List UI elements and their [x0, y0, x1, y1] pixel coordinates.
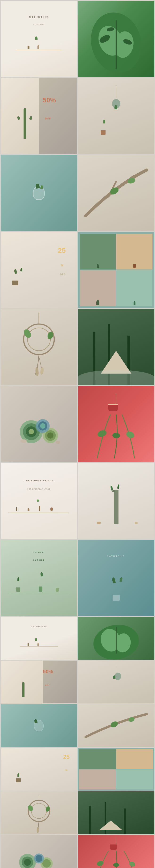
card-19: 50% OFF — [1, 660, 77, 704]
hanging-plant-svg — [78, 386, 155, 462]
succulent-svg — [1, 386, 77, 462]
row-3 — [1, 155, 154, 231]
svg-point-52 — [43, 859, 51, 868]
row-12: 25 % — [1, 748, 154, 791]
card-24 — [78, 748, 155, 791]
off-label-2: OFF — [60, 273, 66, 275]
row-7: THE SIMPLE THINGS for everyday living — [1, 463, 154, 539]
svg-point-9 — [24, 324, 54, 354]
svg-point-30 — [56, 441, 60, 444]
card-16: NATURALIS — [78, 540, 155, 616]
card-6 — [78, 155, 155, 231]
svg-point-41 — [31, 803, 47, 818]
sale-25-wide: 25 — [63, 754, 70, 760]
svg-point-33 — [125, 430, 135, 439]
svg-point-28 — [40, 423, 46, 429]
branch-svg — [78, 155, 155, 231]
row-14 — [1, 835, 154, 868]
card-11 — [1, 386, 77, 462]
svg-point-25 — [47, 432, 53, 438]
card-8 — [78, 232, 155, 308]
company-label: company — [33, 24, 45, 25]
card-22 — [78, 704, 155, 747]
simple-things-sub: for everyday living — [8, 488, 70, 491]
card-2 — [78, 1, 155, 77]
card-26 — [78, 791, 155, 834]
dreamcatcher-wide-svg — [1, 791, 77, 834]
bring-outside-label: BRING IT — [33, 551, 45, 553]
card-25 — [1, 791, 77, 834]
succulent-wide-svg — [1, 835, 77, 868]
card-1: NATURALIS company — [1, 1, 77, 77]
row-13 — [1, 791, 154, 834]
off-label: OFF — [45, 117, 51, 120]
card-12 — [78, 386, 155, 462]
card-7: 25 % OFF — [1, 232, 77, 308]
brand-label: NATURALIS — [29, 16, 49, 19]
card-13: THE SIMPLE THINGS for everyday living — [1, 463, 77, 539]
card-20 — [78, 660, 155, 704]
card-14 — [78, 463, 155, 539]
card-23: 25 % — [1, 748, 77, 791]
svg-point-50 — [24, 859, 31, 866]
dreamcatcher-svg — [1, 309, 77, 385]
card-9 — [1, 309, 77, 385]
main-container: NATURALIS company — [0, 0, 155, 868]
card-17: NATURALIS — [1, 617, 77, 660]
row-8: BRING IT OUTSIDE NATURALIS — [1, 540, 154, 616]
brand-wide-label: NATURALIS — [31, 625, 47, 628]
card-5 — [1, 155, 77, 231]
svg-point-32 — [112, 432, 120, 438]
naturalis-teal-label: NATURALIS — [107, 555, 125, 557]
svg-point-22 — [28, 429, 34, 434]
card-27 — [1, 835, 77, 868]
row-11 — [1, 704, 154, 747]
percent-label: % — [61, 264, 63, 267]
svg-point-10 — [28, 328, 50, 351]
svg-point-15 — [40, 367, 44, 375]
sale-50-wide: 50% — [43, 669, 53, 674]
card-10 — [78, 309, 155, 385]
svg-point-38 — [109, 720, 119, 729]
card-4 — [78, 78, 155, 154]
svg-point-54 — [35, 855, 43, 862]
simple-things-label: THE SIMPLE THINGS — [24, 479, 54, 482]
row-5 — [1, 309, 154, 385]
svg-point-43 — [37, 827, 39, 833]
off-wide: OFF — [45, 684, 50, 686]
row-6 — [1, 386, 154, 462]
branch-wide-svg — [78, 704, 155, 747]
row-2: 50% OFF — [1, 78, 154, 154]
svg-point-14 — [35, 367, 39, 376]
hanging-wide-svg — [78, 835, 155, 868]
svg-point-56 — [113, 863, 119, 867]
card-21 — [1, 704, 77, 747]
row-10: 50% OFF — [1, 660, 154, 704]
card-15: BRING IT OUTSIDE — [1, 540, 77, 616]
row-1: NATURALIS company — [1, 1, 154, 77]
row-9: NATURALIS — [1, 617, 154, 660]
monstera-wide-svg — [78, 617, 155, 660]
row-4: 25 % OFF — [1, 232, 154, 308]
sale-50-label: 50% — [43, 97, 56, 103]
svg-point-31 — [97, 429, 107, 438]
svg-point-29 — [21, 439, 27, 443]
pct-wide: % — [65, 769, 67, 772]
outside-label: OUTSIDE — [33, 559, 45, 561]
card-28 — [78, 835, 155, 868]
card-3: 50% OFF — [1, 78, 77, 154]
monstera-svg — [78, 1, 155, 77]
card-18 — [78, 617, 155, 660]
sale-25-label: 25 — [58, 247, 66, 254]
